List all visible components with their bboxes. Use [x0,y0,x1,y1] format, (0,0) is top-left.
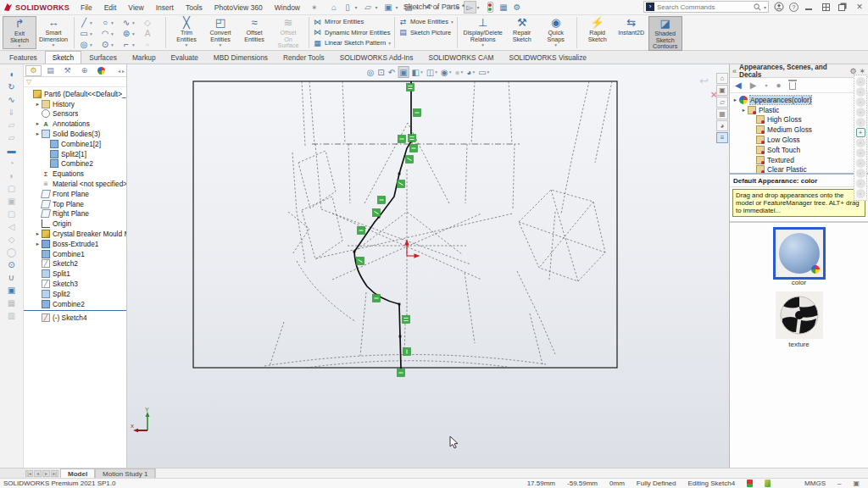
tree-row[interactable] [24,310,126,313]
tree-row[interactable]: ▸ Part6 (Default<<Default>_Display Sta [24,89,126,99]
select-dropdown[interactable]: ▾ [477,4,483,10]
sketch-canvas[interactable] [127,64,729,468]
tool-icon[interactable]: ▢ [4,182,19,194]
tool-icon[interactable]: ◔ [4,157,19,169]
tool-icon[interactable]: ⇓ [4,106,19,118]
tab-propertymanager[interactable]: ▤ [42,65,58,76]
appearance-tree-row[interactable]: ▸ Clear Plastic [730,165,868,175]
texture-appearance-thumb[interactable]: texture [776,291,823,348]
tree-row[interactable]: ▸ History [24,99,126,109]
tree-row[interactable]: ▸ Sensors [24,109,126,119]
menu-item[interactable]: PhotoView 360 [209,3,269,12]
restore-icon[interactable] [836,1,849,13]
fillet-tool[interactable]: ⌐▾ [120,39,141,50]
tool-icon[interactable]: ▦ [4,297,19,308]
circle-tool[interactable]: ○▾ [99,17,120,28]
tree-row[interactable]: ▸ Split2 [24,289,126,299]
shaded-sketch-contours-button[interactable]: ◪Shaded Sketch Contours [648,16,682,51]
performance-feedback-icon[interactable] [484,1,497,14]
move-entities-button[interactable]: ⇄Move Entities▾ [398,17,453,26]
tool-icon[interactable]: ◁ [4,220,19,232]
command-tab[interactable]: SOLIDWORKS CAM [420,51,501,64]
mirror-entities-button[interactable]: ⋈Mirror Entities [313,17,364,26]
quick-tips-icon[interactable] [765,480,771,487]
tab-dimxpertmanager[interactable]: ⊕ [76,65,92,76]
units-dropdown[interactable]: – [837,480,841,487]
appearance-tree-row[interactable]: ▸ Plastic [730,105,868,115]
equation-entity-tool[interactable]: ▫ [142,39,162,50]
appearance-tree-row[interactable]: ▸ Appearances(color) [730,95,868,105]
model-tab[interactable]: Motion Study 1 [95,469,155,478]
tool-icon[interactable]: ▥ [4,309,19,321]
tabs-right-arrow[interactable]: ▸ [122,68,125,74]
tree-row[interactable]: ▸ Right Plane [24,209,126,219]
command-tab[interactable]: SOLIDWORKS Add-Ins [332,51,421,64]
linear-pattern-button[interactable]: ▦Linear Sketch Pattern▾ [313,38,391,47]
rapid-sketch-button[interactable]: ⚡Rapid Sketch [581,16,615,42]
command-tab[interactable]: Render Tools [275,51,332,64]
text-tool[interactable]: A [142,28,162,39]
dynamic-mirror-button[interactable]: ⋈Dynamic Mirror Entities [313,28,391,37]
tool-icon[interactable]: ↻ [4,80,19,92]
save-dropdown[interactable]: ▾ [396,4,402,10]
tree-row[interactable]: ▸ ≣ Material <not specified> [24,179,126,189]
collapse-pane-icon[interactable]: « [732,67,737,75]
horizontal-scroll-area[interactable] [155,469,868,478]
appearance-tree-row[interactable]: ▸ Low Gloss [730,135,868,145]
slot-tool[interactable]: ◎▾ [78,39,98,50]
close-icon[interactable]: × [853,1,866,13]
open-icon[interactable]: ▱ [362,1,375,14]
menu-item[interactable]: Tools [180,3,209,12]
save-icon[interactable]: ▣ [382,1,395,14]
tree-row[interactable]: ▸ A Annotations [24,119,126,129]
menu-item[interactable]: Window [269,3,306,12]
color-appearance-thumb[interactable]: color [776,230,823,286]
appearance-tree-row[interactable]: ▸ Soft Touch [730,145,868,155]
search-dropdown[interactable]: ▾ [764,4,766,10]
select-icon[interactable]: ▻ [464,1,476,14]
instant2d-button[interactable]: ⇆Instant2D [615,16,648,36]
tool-icon[interactable]: ▱ [4,119,19,130]
command-tab[interactable]: Features [2,51,45,64]
layout-grid-icon[interactable] [819,1,832,13]
model-tab[interactable]: Model [60,469,95,478]
tab-pane-icon[interactable]: ▣ [853,480,860,487]
rectangle-tool[interactable]: ▭▾ [78,28,98,39]
menu-item[interactable]: Edit [98,3,123,12]
minimize-icon[interactable] [802,1,815,13]
home-icon[interactable]: ⌂ [328,1,341,14]
tool-icon[interactable]: ∿ [4,93,19,105]
apply-appearance-icon[interactable]: ● [776,80,781,90]
point-tool[interactable]: ⊙▾ [99,39,120,50]
prev-tab-icon[interactable]: ◂ [34,470,42,477]
units-label[interactable]: MMGS [804,480,826,487]
repair-sketch-button[interactable]: ⚒Repair Sketch [505,16,539,42]
tree-row[interactable]: ▸ ╱ (-) Sketch4 [24,313,126,324]
polygon-tool[interactable]: ◇ [142,17,162,28]
tool-icon[interactable]: ◇ [4,233,19,245]
command-tab[interactable]: Evaluate [164,51,206,64]
ellipse-tool[interactable]: ⊜▾ [120,28,141,39]
settings-gear-icon[interactable]: ⚙ [511,1,524,14]
tree-row[interactable]: ▸ Front Plane [24,189,126,199]
menu-item[interactable]: Insert [150,3,180,12]
convert-entities-button[interactable]: ◰Convert Entities▾ [203,16,237,47]
tree-row[interactable]: ▸ Split2[1] [24,149,126,159]
command-tab[interactable]: SOLIDWORKS Visualize [501,51,594,64]
tree-row[interactable]: ▸ ╱ Sketch2 [24,259,126,269]
spline-tool[interactable]: ∿▾ [120,17,141,28]
trim-entities-button[interactable]: ╳Trim Entities▾ [170,16,203,47]
tree-filter[interactable]: ▽ [24,77,126,87]
tool-icon[interactable]: ▣ [4,284,19,296]
pane-options-gear-icon[interactable]: ⚙ [849,67,856,75]
tree-row[interactable]: ▸ Combine2 [24,159,126,169]
tool-icon[interactable]: ▣ [4,195,19,207]
line-tool[interactable]: ╱▾ [78,17,98,28]
tree-row[interactable]: ▸ Crystal Breaker Mould Model -> ( [24,229,126,239]
appearance-tree-row[interactable]: ▸ Medium Gloss [730,125,868,135]
tool-icon[interactable]: ∪ [4,271,19,283]
login-user-icon[interactable] [772,1,786,13]
display-delete-relations-button[interactable]: ⊥Display/Delete Relations▾ [461,16,505,47]
search-scope-icon[interactable]: › [646,3,654,11]
tree-row[interactable]: ▸ ╱ Sketch3 [24,279,126,289]
